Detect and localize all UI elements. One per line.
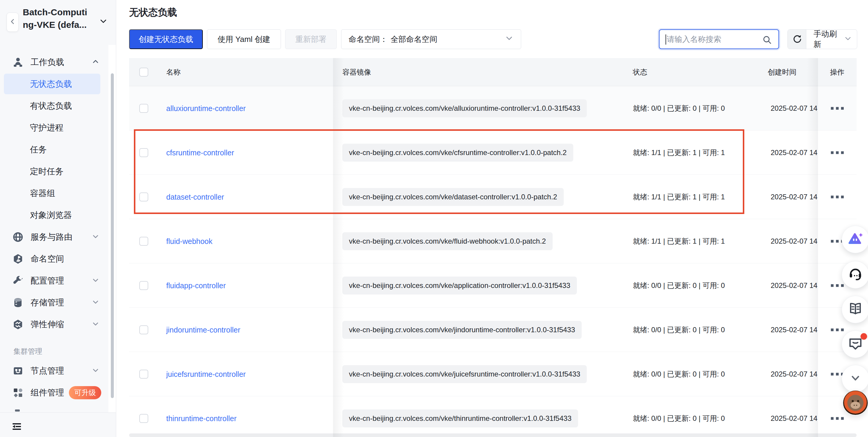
workloads-table: 名称 容器镜像 状态 创建时间 操作 alluxioruntime-contro… [129, 58, 857, 437]
column-header-status: 状态 [633, 67, 647, 77]
sidebar-menu: 工作负载无状态负载有状态负载守护进程任务定时任务容器组对象浏览器服务与路由命名空… [0, 0, 116, 412]
container-image-tag: vke-cn-beijing.cr.volces.com/vke/juicefs… [342, 365, 587, 383]
sidebar-footer [0, 412, 116, 437]
workload-name-link[interactable]: juicefsruntime-controller [166, 370, 246, 378]
sidebar-item-无状态负载[interactable]: 无状态负载 [0, 73, 116, 95]
sidebar-item-工作负载[interactable]: 工作负载 [0, 51, 116, 73]
collapse-chevron-icon [849, 371, 862, 386]
column-header-created: 创建时间 [768, 67, 797, 77]
wrench-icon [12, 275, 23, 286]
sidebar-item-组件管理[interactable]: 组件管理可升级 [0, 382, 116, 403]
status-text: 就绪: 1/1 | 已更新: 1 | 可用: 1 [633, 192, 725, 202]
row-checkbox[interactable] [139, 414, 148, 423]
created-time: 2025-02-07 14: [771, 326, 817, 334]
select-all-checkbox[interactable] [139, 68, 148, 77]
sidebar-item-label: 任务 [30, 144, 47, 155]
row-checkbox[interactable] [139, 237, 148, 246]
chevron-down-icon [92, 276, 99, 285]
row-actions-ellipsis-icon[interactable] [824, 196, 850, 198]
sidebar-item-容器组[interactable]: 容器组 [0, 182, 116, 204]
chevron-down-icon [92, 366, 99, 375]
workload-name-link[interactable]: fluid-webhook [166, 237, 212, 245]
table-row: jindoruntime-controllervke-cn-beijing.cr… [129, 308, 857, 352]
workload-name-link[interactable]: dataset-controller [166, 193, 224, 201]
container-image-tag: vke-cn-beijing.cr.volces.com/vke/thinrun… [342, 409, 578, 428]
column-header-actions: 操作 [818, 67, 857, 77]
table-horizontal-scrollbar[interactable] [129, 433, 857, 437]
search-icon[interactable] [762, 34, 772, 46]
refresh-mode-value: 手动刷新 [813, 29, 844, 50]
floating-collapse-chevron-button[interactable] [842, 365, 868, 393]
row-actions-ellipsis-icon[interactable] [824, 417, 850, 419]
workload-name-link[interactable]: alluxioruntime-controller [166, 104, 246, 112]
workload-icon [12, 57, 23, 68]
floating-support-headset-button[interactable] [842, 261, 868, 289]
sidebar-item-partial-icon [15, 409, 20, 411]
column-header-name: 名称 [166, 67, 181, 77]
sidebar-item-任务[interactable]: 任务 [0, 139, 116, 161]
refresh-control: 手动刷新 [787, 29, 857, 49]
sidebar-item-定时任务[interactable]: 定时任务 [0, 161, 116, 182]
created-time: 2025-02-07 14: [771, 281, 817, 290]
table-row: thinruntime-controllervke-cn-beijing.cr.… [129, 396, 857, 437]
sidebar-item-label: 存储管理 [31, 297, 64, 308]
search-input[interactable] [659, 30, 778, 48]
refresh-button[interactable] [788, 30, 806, 49]
sidebar-item-label: 工作负载 [31, 57, 64, 68]
page-title: 无状态负载 [129, 6, 177, 19]
sidebar-item-label: 容器组 [30, 188, 55, 199]
row-actions-ellipsis-icon[interactable] [824, 107, 850, 109]
floating-mascot-avatar-button[interactable] [843, 390, 868, 415]
namespace-select[interactable]: 命名空间： 全部命名空间 [341, 29, 521, 49]
workload-name-link[interactable]: thinruntime-controller [166, 414, 237, 423]
vke-console-screen: Batch-Computi ng-VKE (defa... 工作负载无状态负载有… [0, 0, 868, 437]
sidebar-item-服务与路由[interactable]: 服务与路由 [0, 226, 116, 248]
workload-name-link[interactable]: cfsruntime-controller [166, 148, 234, 157]
row-checkbox[interactable] [139, 370, 148, 379]
sidebar-item-配置管理[interactable]: 配置管理 [0, 270, 116, 292]
floating-docs-book-button[interactable] [842, 296, 868, 323]
create-deployment-button[interactable]: 创建无状态负载 [129, 29, 203, 49]
sidebar-item-节点管理[interactable]: 节点管理 [0, 360, 116, 382]
sidebar-item-存储管理[interactable]: 存储管理 [0, 292, 116, 313]
sidebar-item-命名空间[interactable]: 命名空间 [0, 248, 116, 270]
sidebar-item-对象浏览器[interactable]: 对象浏览器 [0, 204, 116, 226]
created-time: 2025-02-07 14: [771, 193, 817, 201]
mascot-avatar [843, 390, 868, 415]
sidebar-item-label: 服务与路由 [31, 231, 72, 243]
created-time: 2025-02-07 14: [771, 370, 817, 378]
floating-ai-assistant-button[interactable] [842, 226, 868, 253]
row-checkbox[interactable] [139, 193, 148, 201]
text-cursor [665, 34, 666, 44]
chevron-down-icon[interactable] [844, 34, 852, 44]
create-from-yaml-button[interactable]: 使用 Yaml 创建 [207, 29, 281, 49]
redeploy-button[interactable]: 重新部署 [285, 29, 337, 49]
refresh-icon [792, 34, 802, 45]
sidebar-item-守护进程[interactable]: 守护进程 [0, 117, 116, 139]
status-text: 就绪: 0/0 | 已更新: 0 | 可用: 0 [633, 281, 725, 290]
sidebar-item-label: 守护进程 [30, 122, 63, 134]
sidebar-fold-icon[interactable] [11, 421, 22, 433]
container-image-tag: vke-cn-beijing.cr.volces.com/vke/dataset… [342, 188, 564, 206]
row-checkbox[interactable] [139, 104, 148, 113]
status-text: 就绪: 0/0 | 已更新: 0 | 可用: 0 [633, 104, 725, 113]
workload-name-link[interactable]: jindoruntime-controller [166, 325, 240, 334]
row-checkbox[interactable] [139, 325, 148, 334]
support-headset-icon [848, 266, 863, 283]
row-checkbox[interactable] [139, 148, 148, 157]
sidebar-item-有状态负载[interactable]: 有状态负载 [0, 95, 116, 117]
row-actions-ellipsis-icon[interactable] [824, 328, 850, 331]
sidebar-item-弹性伸缩[interactable]: 弹性伸缩 [0, 313, 116, 335]
row-actions-ellipsis-icon[interactable] [824, 151, 850, 154]
container-image-tag: vke-cn-beijing.cr.volces.com/vke/alluxio… [342, 99, 587, 117]
status-text: 就绪: 1/1 | 已更新: 1 | 可用: 1 [633, 236, 725, 246]
chevron-down-icon [92, 298, 99, 307]
workload-name-link[interactable]: fluidapp-controller [166, 281, 226, 290]
table-row: cfsruntime-controllervke-cn-beijing.cr.v… [129, 131, 857, 175]
floating-feedback-chat-button[interactable] [842, 331, 868, 358]
table-body: alluxioruntime-controllervke-cn-beijing.… [129, 86, 857, 437]
row-checkbox[interactable] [139, 281, 148, 290]
sidebar-scrollbar-thumb[interactable] [111, 73, 114, 398]
sidebar-item-label: 节点管理 [31, 365, 64, 376]
table-row: fluid-webhookvke-cn-beijing.cr.volces.co… [129, 219, 857, 263]
